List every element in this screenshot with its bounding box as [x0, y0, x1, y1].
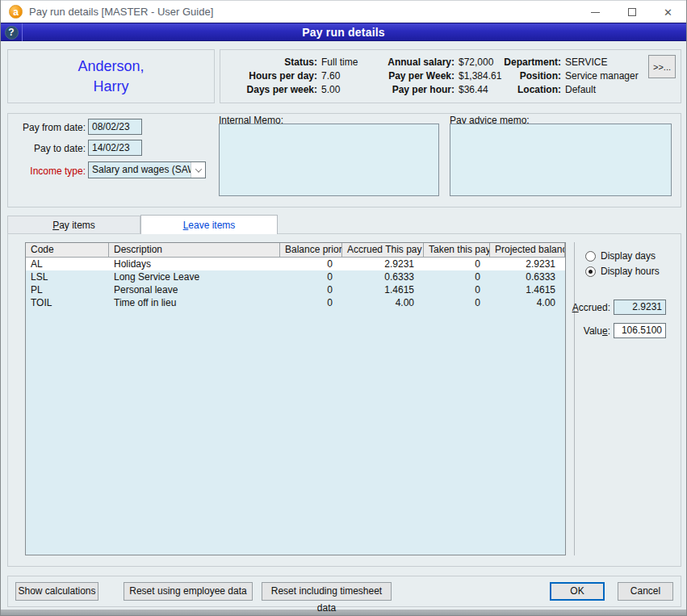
income-type-label: Income type: [17, 166, 86, 177]
cancel-button[interactable]: Cancel [618, 582, 673, 601]
pay-to-date-label: Pay to date: [17, 143, 86, 154]
pay-run-details-window: a Pay run details [MASTER - User Guide] … [0, 0, 687, 616]
display-days-radio[interactable]: Display days [585, 250, 656, 262]
cell-projected: 1.4615 [490, 283, 565, 296]
pay-from-date-input[interactable]: 08/02/23 [88, 119, 142, 135]
table-body: AL Holidays 0 2.9231 0 2.9231 LSL Long S… [26, 258, 565, 309]
expand-details-button[interactable]: >>... [648, 55, 676, 78]
column-header-accrued-this-pay[interactable]: Accrued This pay [342, 243, 424, 258]
accrued-field[interactable]: 2.9231 [614, 300, 666, 315]
column-header-projected-balance[interactable]: Projected balance [490, 243, 565, 258]
pay-per-hour-label: Pay per hour: [343, 84, 455, 95]
column-header-code[interactable]: Code [26, 243, 109, 258]
display-hours-label: Display hours [601, 266, 660, 277]
cell-balance-prior: 0 [280, 258, 342, 270]
display-days-label: Display days [601, 250, 656, 262]
accrued-label: Accrued: [562, 302, 610, 313]
radio-checked-icon [585, 266, 596, 277]
window-bottom-edge [1, 610, 686, 615]
ok-button[interactable]: OK [550, 582, 605, 601]
chevron-down-icon [195, 166, 201, 172]
days-per-week-label: Days per week: [227, 84, 317, 95]
employee-info-col-3: Department: SERVICE Position: Service ma… [480, 57, 639, 95]
cell-description: Personal leave [109, 283, 280, 296]
employee-name-panel: Anderson, Harry [7, 49, 215, 103]
cell-description: Time off in lieu [109, 296, 280, 309]
pay-to-date-input[interactable]: 14/02/23 [88, 140, 142, 156]
income-type-dropdown-button[interactable] [191, 162, 205, 178]
tab-leave-items[interactable]: Leave items [140, 215, 278, 234]
department-value: SERVICE [565, 57, 639, 68]
employee-name-line2: Harry [94, 77, 129, 96]
column-header-balance-prior[interactable]: Balance prior [280, 243, 342, 258]
side-panel-separator [574, 242, 575, 555]
cell-accrued: 2.9231 [342, 258, 424, 270]
employee-info-col-2: Annual salary: $72,000 Pay per Week: $1,… [343, 57, 501, 95]
table-row-lsl[interactable]: LSL Long Service Leave 0 0.6333 0 0.6333 [26, 270, 565, 283]
value-field[interactable]: 106.5100 [614, 323, 666, 338]
column-header-taken-this-pay[interactable]: Taken this pay [424, 243, 490, 258]
pay-advice-memo-textarea[interactable] [450, 124, 672, 196]
show-calculations-button[interactable]: Show calculations [15, 582, 98, 601]
leave-items-table: Code Description Balance prior Accrued T… [25, 242, 566, 555]
cell-taken: 0 [424, 296, 490, 309]
help-button[interactable]: ? [1, 23, 23, 41]
annual-salary-label: Annual salary: [343, 57, 455, 68]
cell-accrued: 0.6333 [342, 270, 424, 283]
window-controls: ✕ [577, 1, 686, 23]
position-value: Service manager [565, 70, 639, 82]
tab-pay-items[interactable]: Pay items [7, 216, 140, 233]
employee-name-line1: Anderson, [77, 57, 144, 76]
cell-projected: 4.00 [490, 296, 565, 309]
cell-description: Long Service Leave [109, 270, 280, 283]
employee-info-panel: Status: Full time Hours per day: 7.60 Da… [220, 49, 681, 103]
help-icon: ? [5, 26, 19, 40]
app-icon: a [9, 5, 23, 19]
cell-taken: 0 [424, 258, 490, 270]
cell-balance-prior: 0 [280, 283, 342, 296]
hours-per-day-label: Hours per day: [227, 70, 317, 82]
value-label-post: : [608, 325, 610, 337]
tab-pay-items-label: ay items [59, 220, 95, 231]
cell-accrued: 4.00 [342, 296, 424, 309]
cell-projected: 0.6333 [490, 270, 565, 283]
column-header-description[interactable]: Description [109, 243, 280, 258]
cell-taken: 0 [424, 283, 490, 296]
accrued-label-rest: ccrued: [579, 302, 610, 313]
internal-memo-textarea[interactable] [219, 124, 439, 196]
close-button[interactable]: ✕ [650, 1, 686, 23]
cell-projected: 2.9231 [490, 258, 565, 270]
reset-including-timesheet-data-button[interactable]: Reset including timesheet data [262, 582, 392, 601]
status-label: Status: [227, 57, 317, 68]
table-header-row: Code Description Balance prior Accrued T… [26, 243, 565, 258]
cell-accrued: 1.4615 [342, 283, 424, 296]
income-type-select[interactable]: Salary and wages (SAW) [88, 161, 206, 178]
cell-code: TOIL [26, 296, 109, 309]
pay-from-date-label: Pay from date: [17, 122, 86, 133]
minimize-icon [591, 12, 600, 13]
tab-leave-items-label: eave items [188, 220, 235, 231]
close-icon: ✕ [664, 7, 672, 18]
radio-unchecked-icon [585, 251, 596, 262]
value-label-pre: Valu [584, 325, 602, 337]
table-row-al[interactable]: AL Holidays 0 2.9231 0 2.9231 [26, 258, 565, 270]
display-hours-radio[interactable]: Display hours [585, 266, 660, 277]
reset-using-employee-data-button[interactable]: Reset using employee data [124, 582, 253, 601]
table-row-toil[interactable]: TOIL Time off in lieu 0 4.00 0 4.00 [26, 296, 565, 309]
value-label-accel: e [602, 325, 608, 337]
cell-code: PL [26, 283, 109, 296]
position-label: Position: [480, 70, 561, 82]
maximize-icon [628, 8, 636, 16]
minimize-button[interactable] [577, 1, 614, 23]
department-label: Department: [480, 57, 561, 68]
tab-pay-items-accel: P [52, 220, 59, 231]
employee-info-col-1: Status: Full time Hours per day: 7.60 Da… [227, 57, 358, 95]
cell-description: Holidays [109, 258, 280, 270]
window-title: Pay run details [MASTER - User Guide] [29, 6, 213, 18]
pay-per-week-label: Pay per Week: [343, 70, 455, 82]
maximize-button[interactable] [614, 1, 650, 23]
cell-balance-prior: 0 [280, 296, 342, 309]
accrued-label-accel: A [572, 302, 579, 313]
table-row-pl[interactable]: PL Personal leave 0 1.4615 0 1.4615 [26, 283, 565, 296]
dialog-header: ? Pay run details [1, 23, 686, 41]
